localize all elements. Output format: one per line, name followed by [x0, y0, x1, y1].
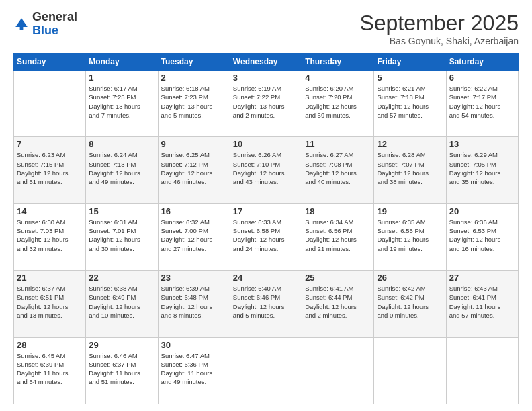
day-info: Sunrise: 6:23 AMSunset: 7:15 PMDaylight:…	[17, 150, 83, 186]
day-info: Sunrise: 6:18 AMSunset: 7:23 PMDaylight:…	[161, 84, 227, 120]
day-number: 13	[449, 139, 515, 149]
logo-blue: Blue	[32, 24, 58, 37]
calendar-day-cell: 11Sunrise: 6:27 AMSunset: 7:08 PMDayligh…	[302, 137, 374, 203]
day-number: 24	[233, 273, 299, 283]
calendar-day-header: Sunday	[14, 54, 86, 71]
calendar-day-cell: 17Sunrise: 6:33 AMSunset: 6:58 PMDayligh…	[230, 203, 302, 270]
calendar-day-header: Saturday	[446, 54, 518, 71]
calendar-day-cell: 1Sunrise: 6:17 AMSunset: 7:25 PMDaylight…	[86, 71, 158, 137]
calendar-day-cell: 20Sunrise: 6:36 AMSunset: 6:53 PMDayligh…	[446, 203, 518, 270]
calendar-day-cell: 29Sunrise: 6:46 AMSunset: 6:37 PMDayligh…	[86, 337, 158, 404]
calendar-day-cell: 22Sunrise: 6:38 AMSunset: 6:49 PMDayligh…	[86, 271, 158, 337]
day-number: 2	[161, 73, 227, 83]
month-title: September 2025	[359, 11, 519, 36]
day-info: Sunrise: 6:37 AMSunset: 6:51 PMDaylight:…	[17, 284, 83, 320]
day-info: Sunrise: 6:38 AMSunset: 6:49 PMDaylight:…	[89, 284, 154, 320]
calendar-day-cell: 24Sunrise: 6:40 AMSunset: 6:46 PMDayligh…	[230, 271, 302, 337]
day-number: 21	[17, 273, 83, 283]
calendar-day-cell: 2Sunrise: 6:18 AMSunset: 7:23 PMDaylight…	[158, 71, 230, 137]
day-number: 12	[377, 139, 443, 149]
day-number: 30	[161, 340, 227, 350]
day-number: 25	[305, 273, 371, 283]
calendar-day-header: Wednesday	[230, 54, 302, 71]
svg-marker-0	[15, 18, 28, 27]
page: General Blue September 2025 Bas Goynuk, …	[0, 0, 532, 411]
day-info: Sunrise: 6:28 AMSunset: 7:07 PMDaylight:…	[377, 150, 443, 186]
calendar-day-cell	[14, 71, 86, 137]
day-number: 17	[233, 206, 299, 216]
day-number: 29	[89, 340, 154, 350]
day-info: Sunrise: 6:34 AMSunset: 6:56 PMDaylight:…	[305, 218, 371, 253]
day-number: 14	[17, 206, 83, 216]
day-number: 10	[233, 139, 299, 149]
calendar-day-cell: 4Sunrise: 6:20 AMSunset: 7:20 PMDaylight…	[302, 71, 374, 137]
calendar-day-cell: 16Sunrise: 6:32 AMSunset: 7:00 PMDayligh…	[158, 203, 230, 270]
day-number: 23	[161, 273, 227, 283]
day-info: Sunrise: 6:33 AMSunset: 6:58 PMDaylight:…	[233, 218, 299, 253]
day-info: Sunrise: 6:46 AMSunset: 6:37 PMDaylight:…	[89, 351, 154, 387]
calendar-day-cell: 27Sunrise: 6:43 AMSunset: 6:41 PMDayligh…	[446, 271, 518, 337]
day-info: Sunrise: 6:39 AMSunset: 6:48 PMDaylight:…	[161, 284, 227, 320]
calendar-day-header: Tuesday	[158, 54, 230, 71]
calendar-day-cell: 18Sunrise: 6:34 AMSunset: 6:56 PMDayligh…	[302, 203, 374, 270]
calendar-table: SundayMondayTuesdayWednesdayThursdayFrid…	[13, 53, 519, 404]
day-number: 8	[89, 139, 154, 149]
calendar-day-cell: 19Sunrise: 6:35 AMSunset: 6:55 PMDayligh…	[374, 203, 446, 270]
calendar-day-header: Thursday	[302, 54, 374, 71]
day-info: Sunrise: 6:25 AMSunset: 7:12 PMDaylight:…	[161, 150, 227, 186]
day-info: Sunrise: 6:45 AMSunset: 6:39 PMDaylight:…	[17, 351, 83, 387]
calendar-week-row: 14Sunrise: 6:30 AMSunset: 7:03 PMDayligh…	[14, 203, 519, 270]
calendar-day-cell: 23Sunrise: 6:39 AMSunset: 6:48 PMDayligh…	[158, 271, 230, 337]
day-number: 5	[377, 73, 443, 83]
calendar-day-cell: 30Sunrise: 6:47 AMSunset: 6:36 PMDayligh…	[158, 337, 230, 404]
calendar-day-cell	[230, 337, 302, 404]
day-number: 15	[89, 206, 154, 216]
day-info: Sunrise: 6:32 AMSunset: 7:00 PMDaylight:…	[161, 218, 227, 253]
day-number: 20	[449, 206, 515, 216]
day-number: 18	[305, 206, 371, 216]
day-number: 19	[377, 206, 443, 216]
calendar-day-cell: 10Sunrise: 6:26 AMSunset: 7:10 PMDayligh…	[230, 137, 302, 203]
day-info: Sunrise: 6:40 AMSunset: 6:46 PMDaylight:…	[233, 284, 299, 320]
calendar-day-cell: 15Sunrise: 6:31 AMSunset: 7:01 PMDayligh…	[86, 203, 158, 270]
day-info: Sunrise: 6:29 AMSunset: 7:05 PMDaylight:…	[449, 150, 515, 186]
day-info: Sunrise: 6:36 AMSunset: 6:53 PMDaylight:…	[449, 218, 515, 253]
day-info: Sunrise: 6:27 AMSunset: 7:08 PMDaylight:…	[305, 150, 371, 186]
location: Bas Goynuk, Shaki, Azerbaijan	[359, 36, 519, 46]
day-number: 6	[449, 73, 515, 83]
logo-icon	[13, 16, 30, 32]
calendar-week-row: 1Sunrise: 6:17 AMSunset: 7:25 PMDaylight…	[14, 71, 519, 137]
day-info: Sunrise: 6:31 AMSunset: 7:01 PMDaylight:…	[89, 218, 154, 253]
calendar-header-row: SundayMondayTuesdayWednesdayThursdayFrid…	[14, 54, 519, 71]
day-number: 11	[305, 139, 371, 149]
day-number: 7	[17, 139, 83, 149]
calendar-week-row: 7Sunrise: 6:23 AMSunset: 7:15 PMDaylight…	[14, 137, 519, 203]
title-block: September 2025 Bas Goynuk, Shaki, Azerba…	[359, 11, 519, 46]
day-info: Sunrise: 6:41 AMSunset: 6:44 PMDaylight:…	[305, 284, 371, 320]
day-info: Sunrise: 6:42 AMSunset: 6:42 PMDaylight:…	[377, 284, 443, 320]
calendar-day-cell: 7Sunrise: 6:23 AMSunset: 7:15 PMDaylight…	[14, 137, 86, 203]
svg-rect-1	[20, 27, 24, 30]
day-number: 27	[449, 273, 515, 283]
calendar-day-cell: 28Sunrise: 6:45 AMSunset: 6:39 PMDayligh…	[14, 337, 86, 404]
calendar-week-row: 21Sunrise: 6:37 AMSunset: 6:51 PMDayligh…	[14, 271, 519, 337]
calendar-day-cell: 25Sunrise: 6:41 AMSunset: 6:44 PMDayligh…	[302, 271, 374, 337]
day-number: 16	[161, 206, 227, 216]
day-number: 3	[233, 73, 299, 83]
day-info: Sunrise: 6:43 AMSunset: 6:41 PMDaylight:…	[449, 284, 515, 320]
calendar-day-cell: 6Sunrise: 6:22 AMSunset: 7:17 PMDaylight…	[446, 71, 518, 137]
logo-text: General Blue	[32, 11, 77, 38]
day-info: Sunrise: 6:24 AMSunset: 7:13 PMDaylight:…	[89, 150, 154, 186]
day-info: Sunrise: 6:22 AMSunset: 7:17 PMDaylight:…	[449, 84, 515, 120]
day-info: Sunrise: 6:35 AMSunset: 6:55 PMDaylight:…	[377, 218, 443, 253]
calendar-week-row: 28Sunrise: 6:45 AMSunset: 6:39 PMDayligh…	[14, 337, 519, 404]
day-number: 9	[161, 139, 227, 149]
day-info: Sunrise: 6:17 AMSunset: 7:25 PMDaylight:…	[89, 84, 154, 120]
day-number: 4	[305, 73, 371, 83]
day-info: Sunrise: 6:21 AMSunset: 7:18 PMDaylight:…	[377, 84, 443, 120]
calendar-day-cell	[302, 337, 374, 404]
calendar-day-cell: 21Sunrise: 6:37 AMSunset: 6:51 PMDayligh…	[14, 271, 86, 337]
calendar-day-cell: 13Sunrise: 6:29 AMSunset: 7:05 PMDayligh…	[446, 137, 518, 203]
calendar-day-cell: 12Sunrise: 6:28 AMSunset: 7:07 PMDayligh…	[374, 137, 446, 203]
day-number: 1	[89, 73, 154, 83]
